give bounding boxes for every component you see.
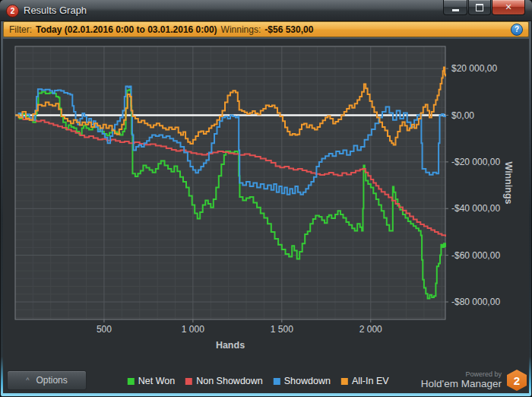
legend-label: All-In EV <box>352 376 389 386</box>
close-icon: ✕ <box>505 2 511 12</box>
chevron-up-icon: ^ <box>26 376 29 384</box>
filter-bar: Filter: Today (02.01.2016 0:00 to 03.01.… <box>3 21 529 37</box>
minimize-button[interactable] <box>443 0 467 15</box>
legend-swatch-icon <box>341 378 348 385</box>
filter-period: Today (02.01.2016 0:00 to 03.01.2016 0:0… <box>36 24 217 35</box>
title-bar: 2 Results Graph ✕ <box>0 0 532 21</box>
chart-panel-background <box>3 39 529 393</box>
footer-bar: ^ Options Net WonNon ShowdownShowdownAll… <box>3 367 529 393</box>
brand-name: Hold'em Manager <box>421 378 502 390</box>
legend-item-all-in-ev[interactable]: All-In EV <box>341 376 389 386</box>
maximize-icon <box>476 4 483 11</box>
winnings-label: Winnings: <box>221 24 261 35</box>
legend-label: Non Showdown <box>196 376 263 386</box>
legend-item-showdown[interactable]: Showdown <box>274 376 331 386</box>
close-button[interactable]: ✕ <box>492 0 525 15</box>
brand-area: Powered by Hold'em Manager 2 <box>421 370 527 391</box>
powered-by-label: Powered by <box>421 370 502 378</box>
options-button[interactable]: ^ Options <box>7 370 87 390</box>
minimize-icon <box>452 9 459 11</box>
maximize-button[interactable] <box>468 0 491 15</box>
chart-legend: Net WonNon ShowdownShowdownAll-In EV <box>128 376 389 386</box>
options-label: Options <box>36 375 67 386</box>
results-graph-window: 5001 0001 5002 000$20 000,00$0,00-$20 00… <box>0 0 532 397</box>
legend-item-non-showdown[interactable]: Non Showdown <box>185 376 263 386</box>
help-icon[interactable]: ? <box>511 24 523 36</box>
winnings-value: -$56 530,00 <box>264 24 313 35</box>
legend-label: Net Won <box>138 376 175 386</box>
hm2-logo-icon: 2 <box>507 370 527 391</box>
legend-item-net-won[interactable]: Net Won <box>128 376 175 386</box>
window-title: Results Graph <box>24 5 87 16</box>
legend-swatch-icon <box>185 378 192 385</box>
legend-swatch-icon <box>128 378 135 385</box>
legend-label: Showdown <box>284 376 331 386</box>
hm2-app-icon: 2 <box>6 5 19 17</box>
filter-label: Filter: <box>9 24 32 35</box>
legend-swatch-icon <box>274 378 280 385</box>
